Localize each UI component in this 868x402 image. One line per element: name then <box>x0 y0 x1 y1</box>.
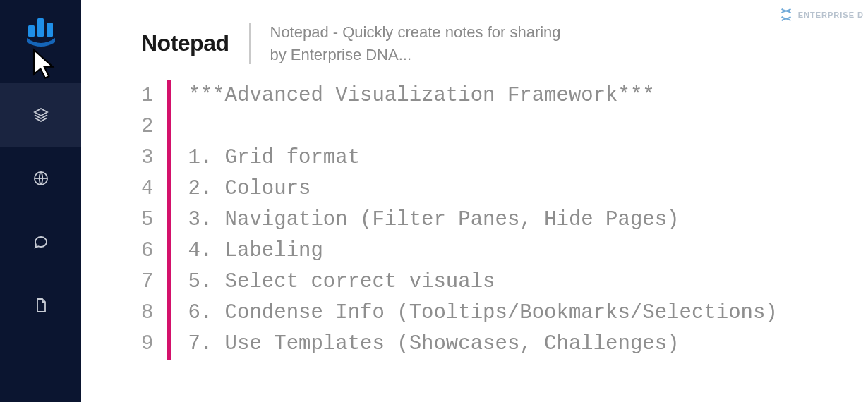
globe-icon <box>32 170 49 187</box>
subtitle-line-2: by Enterprise DNA... <box>270 44 561 66</box>
code-editor[interactable]: 123456789 ***Advanced Visualization Fram… <box>81 80 868 360</box>
sidebar-item-document[interactable] <box>0 274 81 337</box>
subtitle-line-1: Notepad - Quickly create notes for shari… <box>270 21 561 44</box>
code-line[interactable]: 1. Grid format <box>188 142 777 173</box>
code-line[interactable]: ***Advanced Visualization Framework*** <box>188 80 777 111</box>
editor-ruler <box>167 80 171 360</box>
layers-icon <box>32 106 49 123</box>
sidebar-item-chat[interactable] <box>0 210 81 274</box>
line-number: 3 <box>141 142 153 173</box>
chat-icon <box>32 233 49 250</box>
code-line[interactable]: 3. Navigation (Filter Panes, Hide Pages) <box>188 205 777 236</box>
mouse-cursor-icon <box>28 48 62 82</box>
svg-rect-2 <box>47 23 53 37</box>
code-line[interactable]: 4. Labeling <box>188 236 777 267</box>
code-line[interactable]: 7. Use Templates (Showcases, Challenges) <box>188 329 777 360</box>
line-number: 1 <box>141 80 153 111</box>
svg-marker-3 <box>35 109 47 116</box>
line-number: 9 <box>141 329 153 360</box>
main-content: ENTERPRISE D Notepad Notepad - Quickly c… <box>81 0 868 402</box>
code-line[interactable]: 2. Colours <box>188 173 777 205</box>
document-icon <box>32 297 49 314</box>
page-title: Notepad <box>141 30 229 56</box>
line-number: 5 <box>141 205 153 236</box>
watermark-text: ENTERPRISE D <box>798 11 864 19</box>
line-number: 6 <box>141 236 153 267</box>
page-subtitle: Notepad - Quickly create notes for shari… <box>270 21 561 66</box>
sidebar <box>0 0 81 402</box>
code-content[interactable]: ***Advanced Visualization Framework***1.… <box>188 80 777 360</box>
svg-rect-0 <box>28 25 35 37</box>
line-number: 2 <box>141 111 153 142</box>
header: Notepad Notepad - Quickly create notes f… <box>81 0 868 80</box>
line-number: 4 <box>141 173 153 205</box>
svg-rect-1 <box>37 18 44 37</box>
sidebar-item-globe[interactable] <box>0 147 81 210</box>
code-line[interactable]: 5. Select correct visuals <box>188 267 777 298</box>
dna-icon <box>778 7 794 23</box>
watermark: ENTERPRISE D <box>778 7 864 23</box>
line-number: 8 <box>141 298 153 329</box>
app-logo[interactable] <box>24 14 58 48</box>
sidebar-item-layers[interactable] <box>0 83 81 147</box>
header-divider <box>249 23 251 64</box>
line-number-gutter: 123456789 <box>141 80 167 360</box>
line-number: 7 <box>141 267 153 298</box>
code-line[interactable]: 6. Condense Info (Tooltips/Bookmarks/Sel… <box>188 298 777 329</box>
code-line[interactable] <box>188 111 777 142</box>
